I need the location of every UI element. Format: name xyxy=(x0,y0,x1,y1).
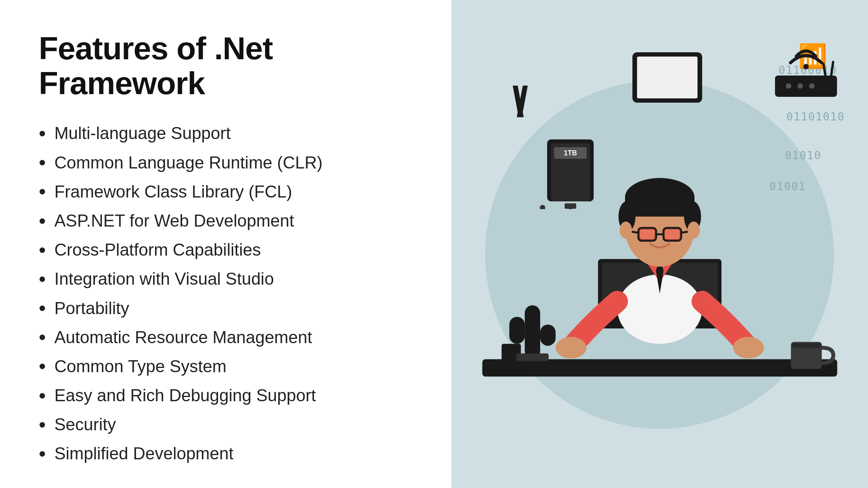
feature-item: Common Type System xyxy=(39,355,420,377)
feature-item: Easy and Rich Debugging Support xyxy=(39,384,420,406)
feature-item: Cross-Platform Capabilities xyxy=(39,239,420,261)
left-panel: Features of .Net Framework Multi-languag… xyxy=(0,0,451,488)
feature-item: Automatic Resource Management xyxy=(39,326,420,348)
svg-rect-41 xyxy=(639,229,656,240)
svg-point-31 xyxy=(733,337,764,359)
svg-rect-49 xyxy=(540,325,556,346)
feature-item: Framework Class Library (FCL) xyxy=(39,180,420,203)
main-content: Features of .Net Framework Multi-languag… xyxy=(0,0,868,488)
features-list: Multi-language SupportCommon Language Ru… xyxy=(39,122,420,471)
svg-rect-51 xyxy=(516,354,549,361)
feature-item: Security xyxy=(39,413,420,435)
feature-item: Simplified Development xyxy=(39,442,420,464)
feature-item: Common Language Runtime (CLR) xyxy=(39,151,420,174)
feature-item: ASP.NET for Web Development xyxy=(39,210,420,232)
feature-item: Integration with Visual Studio xyxy=(39,268,420,290)
main-illustration xyxy=(451,0,868,488)
svg-rect-42 xyxy=(664,229,680,240)
svg-point-45 xyxy=(620,222,632,239)
svg-rect-48 xyxy=(509,317,525,344)
svg-rect-53 xyxy=(792,343,821,348)
page-title: Features of .Net Framework xyxy=(39,31,420,101)
svg-point-30 xyxy=(556,337,587,359)
svg-rect-35 xyxy=(625,197,694,217)
feature-item: Portability xyxy=(39,297,420,319)
svg-rect-47 xyxy=(525,305,540,359)
feature-item: Multi-language Support xyxy=(39,122,420,144)
svg-point-46 xyxy=(687,222,700,239)
right-panel: 01100010 01101010 01010 01001 \/ 📶 xyxy=(451,0,868,488)
